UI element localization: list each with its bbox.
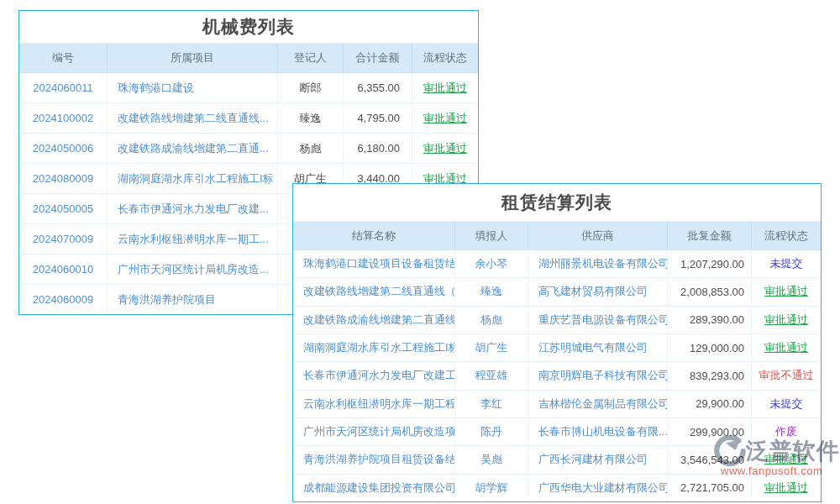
status-link[interactable]: 审批不通过	[752, 362, 821, 389]
amount-text: 29,900.00	[668, 391, 752, 417]
table-row[interactable]: 2024060011 珠海鹤港口建设 断郎 6,355.00 审批通过	[19, 73, 478, 103]
supplier-link[interactable]: 广西长河建材有限公司	[528, 446, 668, 473]
project-link[interactable]: 改建铁路成渝线增建第二直通...	[108, 134, 278, 163]
watermark-brand: 泛普软件	[746, 436, 840, 466]
settlement-name-link[interactable]: 珠海鹤港口建设项目设备租赁结算	[293, 250, 455, 277]
table-row[interactable]: 改建铁路线增建第二线直通线（成... 臻逸 高飞建材贸易有限公司 2,008,8…	[293, 278, 821, 306]
settlement-name-link[interactable]: 广州市天河区统计局机房改造项目	[293, 418, 455, 445]
status-link[interactable]: 未提交	[752, 250, 821, 277]
status-link[interactable]: 审批通过	[412, 73, 478, 102]
table-row[interactable]: 2024100002 改建铁路线增建第二线直通线... 臻逸 4,795.00 …	[19, 103, 478, 134]
fanpu-logo-icon	[714, 435, 746, 467]
registrant-text: 臻逸	[278, 103, 344, 133]
supplier-link[interactable]: 长春市博山机电设备有限...	[528, 418, 668, 445]
amount-text: 1,207,290.00	[668, 250, 752, 277]
amount-text: 129,000.00	[668, 334, 752, 361]
settlement-name-link[interactable]: 改建铁路成渝线增建第二直通线（...	[293, 307, 455, 333]
project-link[interactable]: 改建铁路线增建第二线直通线...	[108, 103, 278, 133]
table-row[interactable]: 长春市伊通河水力发电厂改建工程... 程亚雄 南京明辉电子科技有限公司 839,…	[293, 362, 821, 390]
filler-text: 程亚雄	[455, 362, 528, 389]
settlement-name-link[interactable]: 云南水利枢纽潜明水库一期工程施...	[293, 391, 455, 417]
status-link[interactable]: 未提交	[752, 391, 821, 417]
filler-text: 臻逸	[455, 278, 528, 305]
amount-text: 289,390.00	[668, 307, 752, 333]
amount-text: 6,180.00	[344, 134, 412, 163]
settlement-name-link[interactable]: 改建铁路线增建第二线直通线（成...	[293, 278, 455, 305]
table-row[interactable]: 云南水利枢纽潜明水库一期工程施... 李红 吉林楷伦金属制品有限公司 29,90…	[293, 391, 821, 418]
lease-panel-title: 租赁结算列表	[293, 184, 821, 221]
registrant-text: 杨彪	[278, 134, 344, 163]
filler-text: 胡学辉	[455, 475, 528, 501]
project-link[interactable]: 湖南洞庭湖水库引水工程施工I标	[108, 164, 278, 193]
settlement-name-link[interactable]: 青海洪湖养护院项目租赁设备结算	[293, 446, 455, 473]
project-link[interactable]: 广州市天河区统计局机房改造...	[108, 255, 278, 284]
table-row[interactable]: 成都能源建设集团投资有限公司临... 胡学辉 广西华电大业建材有限公司 2,72…	[293, 475, 821, 501]
filler-text: 杨彪	[455, 307, 528, 333]
settlement-name-link[interactable]: 成都能源建设集团投资有限公司临...	[293, 475, 455, 501]
table-row[interactable]: 2024050006 改建铁路成渝线增建第二直通... 杨彪 6,180.00 …	[19, 134, 478, 164]
column-header-registrant: 登记人	[278, 44, 344, 72]
project-link[interactable]: 青海洪湖养护院项目	[108, 285, 278, 314]
column-header-status: 流程状态	[412, 44, 478, 72]
amount-text: 2,721,705.00	[668, 475, 752, 501]
table-row[interactable]: 湖南洞庭湖水库引水工程施工I标设... 胡广生 江苏明城电气有限公司 129,0…	[293, 334, 821, 362]
supplier-link[interactable]: 广西华电大业建材有限公司	[528, 475, 668, 501]
settlement-name-link[interactable]: 湖南洞庭湖水库引水工程施工I标设...	[293, 334, 455, 361]
column-header-status: 流程状态	[752, 222, 821, 249]
column-header-id: 编号	[19, 44, 108, 72]
table-row[interactable]: 珠海鹤港口建设项目设备租赁结算 余小琴 湖州丽景机电设备有限公司 1,207,2…	[293, 250, 821, 278]
supplier-link[interactable]: 江苏明城电气有限公司	[528, 334, 668, 361]
amount-text: 2,008,853.00	[668, 278, 752, 305]
column-header-filler: 填报人	[455, 222, 528, 249]
supplier-link[interactable]: 南京明辉电子科技有限公司	[528, 362, 668, 389]
project-link[interactable]: 珠海鹤港口建设	[108, 73, 278, 102]
record-id-link[interactable]: 2024060011	[19, 73, 108, 102]
record-id-link[interactable]: 2024080009	[19, 164, 108, 193]
status-link[interactable]: 审批通过	[412, 103, 478, 133]
supplier-link[interactable]: 吉林楷伦金属制品有限公司	[528, 391, 668, 417]
filler-text: 陈丹	[455, 418, 528, 445]
project-link[interactable]: 长春市伊通河水力发电厂改建...	[108, 194, 278, 223]
record-id-link[interactable]: 2024050005	[19, 194, 108, 223]
amount-text: 839,293.00	[668, 362, 752, 389]
filler-text: 李红	[455, 391, 528, 417]
amount-text: 6,355.00	[344, 73, 412, 102]
watermark: 泛普软件 www.fanpusoft.com	[714, 435, 840, 477]
column-header-supplier: 供应商	[528, 222, 668, 249]
settlement-name-link[interactable]: 长春市伊通河水力发电厂改建工程...	[293, 362, 455, 389]
machinery-panel-title: 机械费列表	[19, 11, 478, 43]
filler-text: 吴彪	[455, 446, 528, 473]
column-header-settlement-name: 结算名称	[293, 222, 455, 249]
status-link[interactable]: 审批通过	[752, 334, 821, 361]
record-id-link[interactable]: 2024060009	[19, 285, 108, 314]
record-id-link[interactable]: 2024060010	[19, 255, 108, 284]
status-link[interactable]: 审批通过	[412, 134, 478, 163]
record-id-link[interactable]: 2024100002	[19, 103, 108, 133]
status-link[interactable]: 审批通过	[752, 278, 821, 305]
column-header-total-amount: 合计金额	[344, 44, 412, 72]
watermark-url: www.fanpusoft.com	[714, 465, 840, 477]
registrant-text: 断郎	[278, 73, 344, 102]
supplier-link[interactable]: 高飞建材贸易有限公司	[528, 278, 668, 305]
table-row[interactable]: 改建铁路成渝线增建第二直通线（... 杨彪 重庆艺普电源设备有限公司 289,3…	[293, 307, 821, 334]
status-link[interactable]: 审批通过	[752, 307, 821, 333]
column-header-project: 所属项目	[108, 44, 278, 72]
record-id-link[interactable]: 2024050006	[19, 134, 108, 163]
filler-text: 余小琴	[455, 250, 528, 277]
machinery-table-header: 编号 所属项目 登记人 合计金额 流程状态	[19, 43, 478, 73]
project-link[interactable]: 云南水利枢纽潜明水库一期工...	[108, 224, 278, 254]
filler-text: 胡广生	[455, 334, 528, 361]
supplier-link[interactable]: 重庆艺普电源设备有限公司	[528, 307, 668, 333]
status-link[interactable]: 审批通过	[752, 475, 821, 501]
record-id-link[interactable]: 2024070009	[19, 224, 108, 254]
amount-text: 4,795.00	[344, 103, 412, 133]
column-header-approved-amount: 批复金额	[668, 222, 752, 249]
supplier-link[interactable]: 湖州丽景机电设备有限公司	[528, 250, 668, 277]
lease-table-header: 结算名称 填报人 供应商 批复金额 流程状态	[293, 221, 821, 250]
